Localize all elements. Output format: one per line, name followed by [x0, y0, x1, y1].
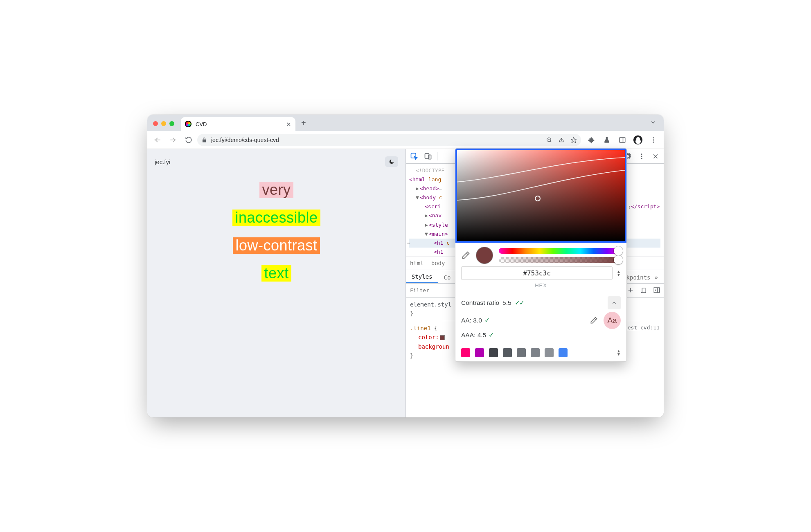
url-text: jec.fyi/demo/cds-quest-cvd: [211, 137, 279, 143]
palette-swatch[interactable]: [503, 348, 512, 357]
tab-strip: CVD ✕ +: [147, 115, 664, 131]
kebab-icon: [650, 136, 657, 144]
lock-icon: [201, 137, 207, 143]
tab-close-button[interactable]: ✕: [286, 121, 291, 127]
puzzle-icon: [588, 136, 595, 144]
devtools-close-button[interactable]: [651, 151, 660, 161]
aaa-label: AAA: 4.5: [461, 331, 486, 339]
extensions-button[interactable]: [584, 133, 598, 147]
sample-word-3: low-contrast: [233, 237, 320, 254]
svg-point-14: [641, 153, 642, 155]
svg-point-8: [653, 137, 654, 138]
eyedropper-button[interactable]: [461, 251, 470, 260]
aa-label: AA: 3.0: [461, 317, 482, 324]
forward-button[interactable]: [166, 133, 180, 147]
dark-mode-toggle[interactable]: [385, 156, 398, 167]
hex-input[interactable]: #753c3c: [461, 266, 613, 280]
contrast-curve-icon: [457, 150, 625, 241]
svg-marker-5: [571, 137, 576, 142]
paint-brush-icon[interactable]: [640, 286, 647, 294]
palette-spinner[interactable]: ▲▼: [617, 349, 621, 356]
add-rule-button[interactable]: [627, 286, 634, 294]
devtools-panel: <!DOCTYPE <html lang ▶<head>… ▼<body c <…: [406, 149, 664, 417]
share-icon[interactable]: [558, 137, 565, 143]
browser-tab[interactable]: CVD ✕: [181, 117, 295, 131]
sample-word-1: very: [259, 182, 293, 198]
window-close-button[interactable]: [153, 121, 158, 126]
arrow-left-icon: [153, 136, 162, 144]
palette-swatch[interactable]: [559, 348, 568, 357]
contrast-ratio-label: Contrast ratio: [461, 299, 499, 307]
window-maximize-button[interactable]: [169, 121, 174, 126]
zoom-icon[interactable]: [546, 137, 552, 143]
format-spinner[interactable]: ▲▼: [617, 270, 621, 277]
star-icon[interactable]: [570, 137, 577, 143]
tab-list-button[interactable]: [650, 119, 656, 127]
palette-swatch[interactable]: [461, 348, 470, 357]
avatar-icon: [633, 135, 642, 144]
color-picker-popover: #753c3c ▲▼ HEX Contrast ratio 5.5 ✓✓ AA:…: [455, 148, 627, 362]
labs-button[interactable]: [600, 133, 614, 147]
svg-line-4: [550, 141, 552, 142]
palette-swatch[interactable]: [531, 348, 540, 357]
svg-point-16: [641, 158, 642, 159]
back-button[interactable]: [151, 133, 164, 147]
svg-point-15: [641, 156, 642, 157]
palette-swatch[interactable]: [475, 348, 484, 357]
chevron-up-icon: [611, 300, 617, 306]
color-swatch[interactable]: [440, 335, 445, 340]
side-panel-icon: [619, 136, 626, 144]
palette-swatch[interactable]: [489, 348, 498, 357]
sidebar-toggle-icon[interactable]: [653, 286, 660, 294]
reload-icon: [185, 136, 192, 144]
svg-point-10: [653, 141, 654, 142]
color-palette: ▲▼: [455, 344, 626, 361]
kebab-icon: [638, 153, 645, 160]
window-minimize-button[interactable]: [161, 121, 166, 126]
tab-title: CVD: [196, 121, 282, 127]
reload-button[interactable]: [182, 133, 196, 147]
palette-swatch[interactable]: [545, 348, 554, 357]
check-icon: ✓: [489, 331, 493, 339]
inspect-button[interactable]: [409, 151, 419, 161]
palette-swatch[interactable]: [517, 348, 526, 357]
hex-label: HEX: [455, 282, 626, 292]
new-tab-button[interactable]: +: [301, 118, 306, 128]
tabs-overflow-button[interactable]: »: [655, 274, 658, 281]
contrast-collapse-button[interactable]: [608, 296, 621, 309]
flask-icon: [603, 136, 611, 144]
moon-icon: [389, 159, 394, 165]
side-panel-button[interactable]: [615, 133, 629, 147]
dom-doctype: <!DOCTYPE: [416, 167, 444, 174]
svg-point-9: [653, 139, 654, 140]
hue-slider[interactable]: [499, 248, 621, 254]
browser-window: CVD ✕ + jec.fyi/demo/cds-quest-cvd: [147, 115, 664, 417]
content-area: jec.fyi very inaccessible low-contrast t…: [147, 149, 664, 417]
contrast-eyedropper-button[interactable]: [590, 316, 598, 325]
device-toolbar-button[interactable]: [423, 151, 433, 161]
color-spectrum[interactable]: [455, 149, 626, 243]
sample-word-4: text: [261, 265, 291, 282]
page-preview: jec.fyi very inaccessible low-contrast t…: [147, 149, 406, 417]
contrast-section: Contrast ratio 5.5 ✓✓ AA: 3.0 ✓ Aa: [455, 292, 626, 344]
alpha-slider[interactable]: [499, 257, 621, 263]
tab-computed[interactable]: Co: [438, 272, 457, 283]
profile-button[interactable]: [631, 133, 645, 147]
chevron-down-icon: [650, 119, 656, 126]
browser-toolbar: jec.fyi/demo/cds-quest-cvd: [147, 131, 664, 149]
address-bar[interactable]: jec.fyi/demo/cds-quest-cvd: [197, 134, 581, 146]
breadcrumb-item[interactable]: body: [431, 260, 445, 266]
devtools-more-button[interactable]: [637, 151, 647, 161]
menu-button[interactable]: [647, 133, 660, 147]
arrow-right-icon: [169, 136, 177, 144]
page-site-label: jec.fyi: [155, 158, 170, 165]
favicon-icon: [185, 121, 191, 127]
tab-styles[interactable]: Styles: [406, 271, 438, 283]
close-icon: [652, 153, 659, 160]
contrast-sample-badge: Aa: [604, 312, 621, 329]
breadcrumb-item[interactable]: html: [410, 260, 424, 266]
current-color-swatch: [476, 247, 493, 264]
spectrum-cursor[interactable]: [535, 196, 541, 201]
devices-icon: [424, 152, 432, 160]
contrast-ratio-value: 5.5: [502, 299, 511, 307]
